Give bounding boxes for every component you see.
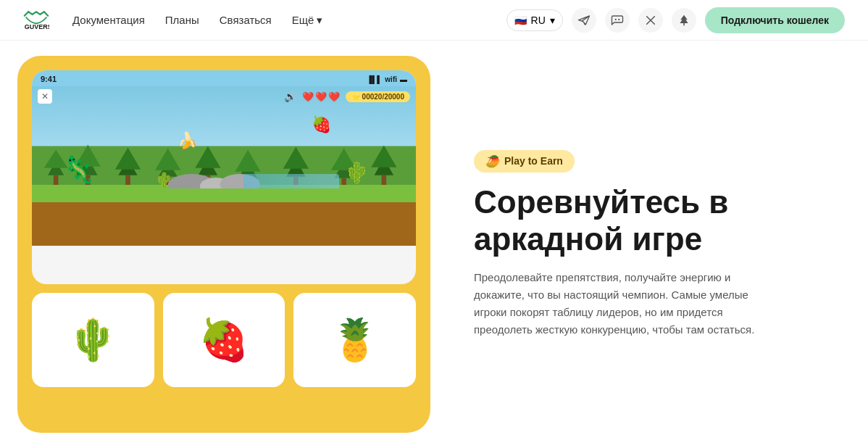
item-card-pineapple: 🍍 <box>293 293 416 387</box>
game-screen: ✕ 🔊 ❤️ ❤️ ❤️ ⭐ 00020/20000 <box>32 86 416 246</box>
mango-icon: 🥭 <box>485 154 500 168</box>
main-content: 9:41 ▐▌▌ wifi ▬ ✕ 🔊 ❤️ <box>0 41 868 448</box>
lives-display: ❤️ ❤️ ❤️ <box>302 91 340 102</box>
nav-docs[interactable]: Документация <box>72 14 145 26</box>
score-display: ⭐ 00020/20000 <box>346 91 410 102</box>
chevron-down-icon: ▾ <box>550 14 555 26</box>
main-heading: Соревнуйтесь в аркадной игре <box>474 184 825 257</box>
phone-mockup-wrapper: 9:41 ▐▌▌ wifi ▬ ✕ 🔊 ❤️ <box>17 56 430 433</box>
main-description: Преодолевайте препятствия, получайте эне… <box>474 269 778 339</box>
badge-label: Play to Earn <box>504 155 563 167</box>
strawberry-collectible: 🍓 <box>312 115 331 134</box>
logo-icon: GUVERSE <box>23 10 49 30</box>
chevron-down-icon: ▾ <box>317 14 322 27</box>
discord-icon[interactable] <box>605 8 630 33</box>
language-selector[interactable]: 🇷🇺 RU ▾ <box>506 9 563 31</box>
twitter-icon[interactable] <box>638 8 663 33</box>
pineapple-emoji: 🍍 <box>330 316 380 364</box>
tree-icon[interactable] <box>672 8 696 33</box>
nav-plans[interactable]: Планы <box>165 14 199 26</box>
phone-time: 9:41 <box>41 75 57 83</box>
game-hud-right: 🔊 ❤️ ❤️ ❤️ ⭐ 00020/20000 <box>284 91 410 102</box>
signal-icon: ▐▌▌ <box>367 75 382 83</box>
navbar: GUVERSE Документация Планы Связаться Ещё… <box>0 0 868 41</box>
svg-point-2 <box>618 18 619 20</box>
game-scene: 🌵 🦎 🍌 🍓 🌵 <box>32 86 416 246</box>
battery-icon: ▬ <box>400 75 407 83</box>
cactus-midground: 🌵 <box>155 171 173 188</box>
phone-screen: 9:41 ▐▌▌ wifi ▬ ✕ 🔊 ❤️ <box>32 70 416 284</box>
strawberry-emoji: 🍓 <box>199 316 249 364</box>
game-close-button[interactable]: ✕ <box>38 89 52 104</box>
phone-status-bar: 9:41 ▐▌▌ wifi ▬ <box>32 70 416 86</box>
banana-collectible: 🍌 <box>178 131 197 150</box>
flag-icon: 🇷🇺 <box>514 14 527 26</box>
water-decoration <box>243 174 340 188</box>
cactus-obstacle: 🌵 <box>344 161 370 185</box>
star-icon: ⭐ <box>351 93 360 101</box>
cactus-emoji: 🌵 <box>67 316 118 364</box>
dinosaur-character: 🦎 <box>62 154 95 185</box>
item-cards-row: 🌵 🍓 🍍 <box>32 293 416 418</box>
nav-right: 🇷🇺 RU ▾ Подключить кошелек <box>506 7 845 33</box>
svg-text:GUVERSE: GUVERSE <box>25 22 49 30</box>
nav-more-label: Ещё <box>292 14 314 26</box>
right-content: 🥭 Play to Earn Соревнуйтесь в аркадной и… <box>474 150 825 339</box>
nav-links: Документация Планы Связаться Ещё ▾ <box>72 14 483 27</box>
phone-status-icons: ▐▌▌ wifi ▬ <box>367 75 407 83</box>
item-card-cactus: 🌵 <box>32 293 154 387</box>
telegram-icon[interactable] <box>572 8 596 33</box>
sound-icon: 🔊 <box>284 91 296 102</box>
life-1: ❤️ <box>302 91 314 102</box>
item-card-strawberry: 🍓 <box>163 293 285 387</box>
nav-contact[interactable]: Связаться <box>220 14 272 26</box>
nav-more[interactable]: Ещё ▾ <box>292 14 323 27</box>
logo[interactable]: GUVERSE <box>23 10 49 30</box>
lang-label: RU <box>531 14 546 26</box>
ground-layer <box>32 185 416 246</box>
connect-wallet-button[interactable]: Подключить кошелек <box>705 7 845 33</box>
score-value: 00020/20000 <box>362 93 404 101</box>
play-to-earn-badge: 🥭 Play to Earn <box>474 150 575 173</box>
game-hud: ✕ 🔊 ❤️ ❤️ ❤️ ⭐ 00020/20000 <box>38 89 410 104</box>
life-3: ❤️ <box>328 91 340 102</box>
wifi-icon: wifi <box>385 75 397 83</box>
svg-point-1 <box>614 18 616 20</box>
life-2: ❤️ <box>315 91 327 102</box>
